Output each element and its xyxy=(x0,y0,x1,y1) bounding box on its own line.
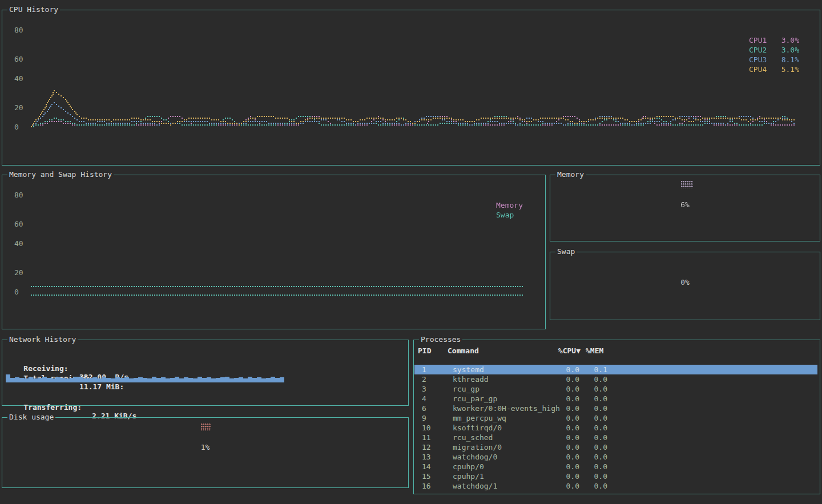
legend-entry-memory: Memory xyxy=(496,200,523,210)
panel-title: Swap xyxy=(555,247,577,256)
memory-gauge-panel: Memory 6% xyxy=(550,175,820,241)
table-row[interactable]: 11rcu_sched0.00.0 xyxy=(414,433,817,442)
process-table-header: PID Command %CPU▼ %MEM xyxy=(414,346,817,356)
panel-title: Memory and Swap History xyxy=(7,170,114,179)
panel-title: CPU History xyxy=(7,5,60,14)
process-cpu-percent: 0.0 xyxy=(555,462,579,471)
process-cpu-percent: 0.0 xyxy=(555,423,579,433)
cpu-history-chart xyxy=(31,25,796,148)
process-cpu-percent: 0.0 xyxy=(555,413,579,423)
process-cpu-percent: 0.0 xyxy=(555,471,579,481)
table-row[interactable]: 13watchdog/00.00.0 xyxy=(414,452,817,462)
process-pid: 9 xyxy=(422,413,426,423)
process-cpu-percent: 0.0 xyxy=(555,433,579,442)
memory-swap-history-chart xyxy=(31,190,525,316)
table-row[interactable]: 15cpuhp/10.00.0 xyxy=(414,471,817,481)
process-command: ksoftirqd/0 xyxy=(453,423,502,433)
process-pid: 11 xyxy=(422,433,431,442)
process-pid: 3 xyxy=(422,384,426,394)
process-cpu-percent: 0.0 xyxy=(555,394,579,404)
process-pid: 16 xyxy=(422,481,431,491)
column-header-pid[interactable]: PID xyxy=(418,346,431,356)
processes-panel: Processes PID Command %CPU▼ %MEM 1system… xyxy=(413,340,820,494)
process-pid: 13 xyxy=(422,452,431,462)
process-pid: 6 xyxy=(422,404,426,413)
process-mem-percent: 0.0 xyxy=(583,423,607,433)
process-mem-percent: 0.0 xyxy=(583,433,607,442)
process-command: rcu_gp xyxy=(453,384,480,394)
legend-entry-cpu4: CPU45.1% xyxy=(749,64,799,74)
y-axis-label: 80 xyxy=(14,191,23,199)
y-axis-label: 0 xyxy=(14,288,19,296)
process-mem-percent: 0.0 xyxy=(583,394,607,404)
y-axis-label: 60 xyxy=(14,220,23,228)
process-command: mm_percpu_wq xyxy=(453,413,506,423)
process-pid: 10 xyxy=(422,423,431,433)
swap-gauge-panel: Swap 0% xyxy=(550,252,820,320)
legend-entry-cpu2: CPU23.0% xyxy=(749,45,799,55)
process-command: watchdog/1 xyxy=(453,481,497,491)
process-command: systemd xyxy=(453,365,484,374)
process-pid: 1 xyxy=(422,365,426,374)
disk-usage-dots-icon xyxy=(201,424,211,431)
process-command: kthreadd xyxy=(453,374,489,384)
table-row[interactable]: 14cpuhp/00.00.0 xyxy=(414,462,817,471)
table-row[interactable]: 1systemd0.00.1 xyxy=(414,365,817,374)
panel-title: Network History xyxy=(7,335,78,344)
panel-title: Processes xyxy=(419,335,462,344)
process-cpu-percent: 0.0 xyxy=(555,442,579,452)
y-axis-label: 40 xyxy=(14,74,23,83)
process-mem-percent: 0.1 xyxy=(583,365,607,374)
process-mem-percent: 0.0 xyxy=(583,413,607,423)
transferring-label: Transferring: xyxy=(23,403,82,412)
memory-usage-value: 6% xyxy=(550,200,820,209)
process-cpu-percent: 0.0 xyxy=(555,365,579,374)
process-command: rcu_sched xyxy=(453,433,493,442)
column-header-cpu-sort[interactable]: %CPU▼ xyxy=(555,346,581,356)
process-command: cpuhp/1 xyxy=(453,471,484,481)
column-header-mem[interactable]: %MEM xyxy=(586,346,607,356)
table-row[interactable]: 3rcu_gp0.00.0 xyxy=(414,384,817,394)
total-received-value: 11.17 MiB: xyxy=(79,382,124,391)
process-mem-percent: 0.0 xyxy=(583,471,607,481)
process-mem-percent: 0.0 xyxy=(583,481,607,491)
table-row[interactable]: 4rcu_par_gp0.00.0 xyxy=(414,394,817,404)
process-command: watchdog/0 xyxy=(453,452,497,462)
process-cpu-percent: 0.0 xyxy=(555,374,579,384)
legend-entry-cpu3: CPU38.1% xyxy=(749,55,799,64)
table-row[interactable]: 6kworker/0:0H-events_high0.00.0 xyxy=(414,404,817,413)
table-row[interactable]: 16watchdog/10.00.0 xyxy=(414,481,817,491)
y-axis-label: 60 xyxy=(14,55,23,63)
process-command: rcu_par_gp xyxy=(453,394,497,404)
network-history-panel: Network History Receiving: 332.00 B/s To… xyxy=(2,340,409,406)
legend-entry-swap: Swap xyxy=(496,210,523,220)
process-table-body: 1systemd0.00.12kthreadd0.00.03rcu_gp0.00… xyxy=(414,365,817,491)
process-command: migration/0 xyxy=(453,442,502,452)
cpu-legend: CPU13.0% CPU23.0% CPU38.1% CPU45.1% xyxy=(749,35,799,74)
memory-gauge-dots-icon xyxy=(681,181,693,188)
cpu-history-panel: CPU History 80 60 40 20 0 CPU13.0% CPU23… xyxy=(2,10,820,166)
table-row[interactable]: 9mm_percpu_wq0.00.0 xyxy=(414,413,817,423)
panel-title: Memory xyxy=(555,170,586,179)
y-axis-label: 40 xyxy=(14,239,23,248)
process-pid: 4 xyxy=(422,394,426,404)
process-command: cpuhp/0 xyxy=(453,462,484,471)
table-row[interactable]: 2kthreadd0.00.0 xyxy=(414,374,817,384)
column-header-command[interactable]: Command xyxy=(448,346,479,356)
process-cpu-percent: 0.0 xyxy=(555,481,579,491)
process-pid: 2 xyxy=(422,374,426,384)
process-mem-percent: 0.0 xyxy=(583,374,607,384)
table-row[interactable]: 12migration/00.00.0 xyxy=(414,442,817,452)
y-axis-label: 20 xyxy=(14,103,23,112)
process-mem-percent: 0.0 xyxy=(583,442,607,452)
y-axis-label: 80 xyxy=(14,26,23,34)
table-row[interactable]: 10ksoftirqd/00.00.0 xyxy=(414,423,817,433)
process-cpu-percent: 0.0 xyxy=(555,452,579,462)
disk-usage-panel: Disk usage 1% xyxy=(2,417,409,488)
process-mem-percent: 0.0 xyxy=(583,462,607,471)
process-mem-percent: 0.0 xyxy=(583,404,607,413)
process-cpu-percent: 0.0 xyxy=(555,384,579,394)
y-axis-label: 20 xyxy=(14,268,23,277)
memory-swap-history-panel: Memory and Swap History 80 60 40 20 0 Me… xyxy=(2,175,546,329)
system-monitor-app: { "colors": { "background": "#2b2b2b", "… xyxy=(0,0,822,504)
